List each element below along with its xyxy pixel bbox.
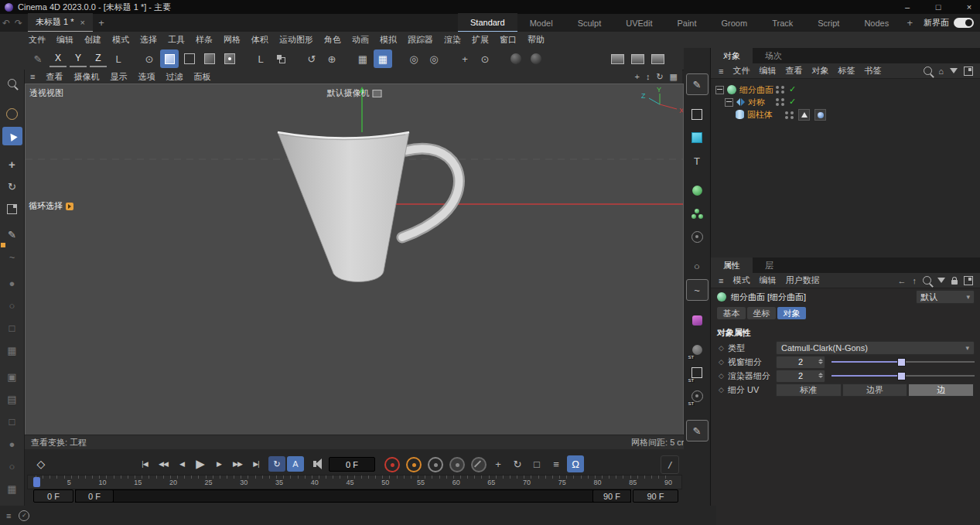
goto-start-button[interactable]: |◀ <box>135 455 154 472</box>
viewport-subdivision-slider[interactable] <box>831 356 975 368</box>
pen-tool[interactable]: ✎ <box>2 225 22 244</box>
am-menu-userdata[interactable]: 用户数据 <box>780 274 824 286</box>
spinner-icon[interactable] <box>818 359 823 364</box>
cube-primitive-icon[interactable] <box>687 128 708 148</box>
render-picture-viewer-icon[interactable] <box>628 49 647 68</box>
slider-handle[interactable] <box>897 372 906 380</box>
am-menu-edit[interactable]: 编辑 <box>754 274 780 286</box>
render-view-icon[interactable] <box>608 49 627 68</box>
menu-window[interactable]: 窗口 <box>494 34 522 46</box>
viewport-menu-filter[interactable]: 过滤 <box>160 71 188 83</box>
search-icon[interactable] <box>924 66 932 75</box>
viewport-menu-panel[interactable]: 面板 <box>188 71 216 83</box>
workplane-icon[interactable]: L <box>251 49 270 68</box>
live-selection-tool[interactable] <box>2 127 22 145</box>
range-end-field[interactable]: 90 F <box>633 489 678 503</box>
material-ball-icon[interactable] <box>507 49 525 68</box>
menu-help[interactable]: 帮助 <box>522 34 550 46</box>
om-hamburger-icon[interactable]: ≡ <box>714 66 728 76</box>
camera-label[interactable]: 默认摄像机 <box>327 87 382 99</box>
quantize-grid-icon[interactable]: ▦ <box>374 49 392 68</box>
render-settings-icon[interactable] <box>648 49 667 68</box>
dynamic-guides-icon[interactable]: ⊙ <box>476 49 494 68</box>
range-start-field[interactable]: 0 F <box>33 489 73 503</box>
document-tab[interactable]: 未标题 1 * × <box>28 13 93 32</box>
am-filter-icon[interactable] <box>937 278 945 283</box>
grid-snap-icon[interactable]: ▦ <box>353 49 372 68</box>
enabled-check-icon[interactable]: ✓ <box>789 84 796 94</box>
next-key-button[interactable]: ▶▶ <box>228 455 247 472</box>
home-icon[interactable]: ⌂ <box>938 66 944 76</box>
maximize-button[interactable]: □ <box>923 0 954 14</box>
object-label[interactable]: 细分曲面 <box>739 84 773 96</box>
mug-body[interactable] <box>278 132 409 282</box>
simulation-light-icon[interactable]: ST <box>687 386 708 406</box>
render-subdivision-field[interactable]: 2 <box>776 370 825 383</box>
menu-create[interactable]: 创建 <box>79 34 107 46</box>
current-frame-field[interactable]: 0 F <box>329 457 375 472</box>
subdivision-surface-generator-icon[interactable] <box>687 180 708 200</box>
phong-tag-icon[interactable] <box>814 109 826 121</box>
rows-tool-icon[interactable]: ▤ <box>2 390 22 408</box>
spline-circle-icon[interactable]: ○ <box>687 256 708 276</box>
panel-popout-icon[interactable] <box>964 66 973 76</box>
render-subdivision-slider[interactable] <box>831 370 975 382</box>
menu-edit[interactable]: 编辑 <box>51 34 79 46</box>
am-hamburger-icon[interactable]: ≡ <box>714 276 728 285</box>
sphere-tool-icon[interactable]: ● <box>2 274 22 292</box>
spline-arc-icon[interactable]: ~ <box>686 279 709 301</box>
tab-close-icon[interactable]: × <box>80 18 85 27</box>
object-row-subdivision-surface[interactable]: 细分曲面 ✓ <box>711 84 980 96</box>
axis-lock-y-button[interactable]: Y <box>70 50 87 67</box>
simulation-sphere-icon[interactable]: ST <box>687 339 708 360</box>
menu-animate[interactable]: 动画 <box>347 34 374 46</box>
polygon-selection-tag-icon[interactable] <box>798 109 810 121</box>
menu-tracker[interactable]: 跟踪器 <box>402 34 439 46</box>
menu-volume[interactable]: 体积 <box>246 34 274 46</box>
model-mode-icon[interactable] <box>160 49 179 68</box>
menu-tools[interactable]: 工具 <box>162 34 190 46</box>
viewport-menu-display[interactable]: 显示 <box>104 71 132 83</box>
am-menu-mode[interactable]: 模式 <box>728 274 754 286</box>
sketch-tool-icon[interactable]: ~ <box>2 247 22 266</box>
layout-tab-sculpt[interactable]: Sculpt <box>565 14 614 32</box>
keyframe-diamond-icon[interactable]: ◇ <box>33 456 49 472</box>
move-tool[interactable]: + <box>2 155 22 173</box>
parent-object-icon[interactable]: ↑ <box>913 276 917 285</box>
toggle-views-icon[interactable]: ▦ <box>670 72 678 82</box>
visibility-dots-icon[interactable] <box>785 111 794 119</box>
goto-end-button[interactable]: ▶| <box>247 455 265 472</box>
pan-view-icon[interactable]: + <box>634 72 639 81</box>
new-ui-toggle[interactable] <box>954 18 974 28</box>
filter-icon[interactable] <box>950 68 958 73</box>
viewport-menu-cameras[interactable]: 摄像机 <box>68 71 104 83</box>
key-position-icon[interactable] <box>449 457 465 472</box>
axis-lock-x-button[interactable]: X <box>50 50 67 67</box>
axis-mode-icon[interactable] <box>220 49 239 68</box>
volume-builder-icon[interactable] <box>687 310 708 330</box>
next-frame-button[interactable]: ▶ <box>210 455 228 472</box>
camera-icon[interactable] <box>373 90 382 97</box>
menu-file[interactable]: 文件 <box>23 34 51 46</box>
fields-icon[interactable] <box>687 227 708 247</box>
visibility-dots-icon[interactable] <box>776 98 784 106</box>
snap-settings-icon[interactable]: + <box>456 49 474 68</box>
axis-center-icon[interactable]: ⊕ <box>323 49 341 68</box>
coordinate-system-icon[interactable]: L <box>109 49 128 68</box>
om-menu-edit[interactable]: 编辑 <box>754 65 780 77</box>
selection-filter-icon[interactable] <box>2 104 22 123</box>
collapse-icon[interactable] <box>715 86 724 94</box>
playhead-scrubber[interactable] <box>33 477 40 487</box>
previous-frame-button[interactable]: ◀ <box>172 455 191 472</box>
viewport-canvas[interactable]: Y Z X 透视视图 默认摄像机 循环选择 <box>25 84 684 436</box>
dolly-view-icon[interactable]: ↕ <box>646 72 650 81</box>
play-button[interactable]: ▶ <box>191 455 210 472</box>
key-rotation-toggle[interactable]: ↻ <box>509 455 526 472</box>
loop-playback-icon[interactable]: ↻ <box>268 456 285 472</box>
viewport-menu-view[interactable]: 查看 <box>40 71 68 83</box>
menu-mesh[interactable]: 网格 <box>218 34 246 46</box>
viewport-solo-hierarchy-icon[interactable]: ◎ <box>425 49 443 68</box>
half-square-tool-icon[interactable]: ▣ <box>2 367 22 386</box>
record-keyframe-icon[interactable] <box>384 457 400 472</box>
rectangle-spline-icon[interactable] <box>687 104 708 124</box>
